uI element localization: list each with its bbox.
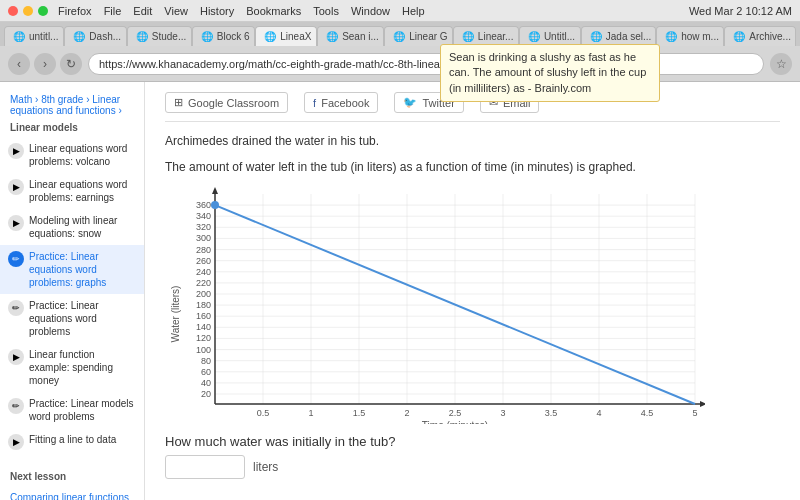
back-button[interactable]: ‹ — [8, 53, 30, 75]
svg-text:180: 180 — [196, 300, 211, 310]
breadcrumb: Math › 8th grade › Linear equations and … — [0, 90, 144, 118]
facebook-label: Facebook — [321, 97, 369, 109]
svg-text:20: 20 — [201, 389, 211, 399]
svg-point-63 — [211, 201, 219, 209]
menu-file[interactable]: File — [104, 5, 122, 17]
classroom-icon: ⊞ — [174, 96, 183, 109]
tooltip-popup: Sean is drinking a slushy as fast as he … — [440, 44, 660, 102]
sidebar: Math › 8th grade › Linear equations and … — [0, 82, 145, 500]
traffic-lights[interactable] — [8, 6, 48, 16]
address-bar[interactable]: https://www.khanacademy.org/math/cc-eigh… — [88, 53, 764, 75]
sidebar-item-earnings[interactable]: ▶ Linear equations word problems: earnin… — [0, 173, 144, 209]
close-button[interactable] — [8, 6, 18, 16]
svg-text:300: 300 — [196, 233, 211, 243]
svg-text:340: 340 — [196, 211, 211, 221]
answer-box: liters — [165, 455, 780, 479]
maximize-button[interactable] — [38, 6, 48, 16]
svg-text:120: 120 — [196, 333, 211, 343]
sidebar-icon-volcano: ▶ — [8, 143, 24, 159]
menu-window[interactable]: Window — [351, 5, 390, 17]
svg-text:3: 3 — [500, 408, 505, 418]
content-area: ⊞ Google Classroom f Facebook 🐦 Twitter … — [145, 82, 800, 500]
tab-sean[interactable]: 🌐Sean i... — [317, 26, 384, 46]
menu-tools[interactable]: Tools — [313, 5, 339, 17]
sidebar-icon-fitting: ▶ — [8, 434, 24, 450]
menu-firefox[interactable]: Firefox — [58, 5, 92, 17]
classroom-label: Google Classroom — [188, 97, 279, 109]
refresh-button[interactable]: ↻ — [60, 53, 82, 75]
menu-edit[interactable]: Edit — [133, 5, 152, 17]
sidebar-item-fitting[interactable]: ▶ Fitting a line to data — [0, 428, 144, 455]
tab-block6[interactable]: 🌐Block 6 — [192, 26, 255, 46]
svg-text:280: 280 — [196, 245, 211, 255]
tab-linearg[interactable]: 🌐Linear G — [384, 26, 453, 46]
main-layout: Math › 8th grade › Linear equations and … — [0, 82, 800, 500]
next-lesson-item[interactable]: Comparing linear functions — [0, 490, 144, 500]
svg-text:100: 100 — [196, 345, 211, 355]
sidebar-icon-wordproblems: ✏ — [8, 300, 24, 316]
svg-text:4: 4 — [596, 408, 601, 418]
question-text-2: The amount of water left in the tub (in … — [165, 158, 780, 176]
minimize-button[interactable] — [23, 6, 33, 16]
facebook-icon: f — [313, 97, 316, 109]
clock: Wed Mar 2 10:12 AM — [689, 5, 792, 17]
tab-stude[interactable]: 🌐Stude... — [127, 26, 192, 46]
svg-text:60: 60 — [201, 367, 211, 377]
chart-container: Water (liters) — [165, 184, 780, 424]
sidebar-label-spending: Linear function example: spending money — [29, 348, 136, 387]
svg-text:1: 1 — [308, 408, 313, 418]
bookmark-button[interactable]: ☆ — [770, 53, 792, 75]
tab-linear2[interactable]: 🌐Linear... — [453, 26, 519, 46]
menu-view[interactable]: View — [164, 5, 188, 17]
menu-help[interactable]: Help — [402, 5, 425, 17]
mac-top-bar: Firefox File Edit View History Bookmarks… — [0, 0, 800, 22]
svg-text:80: 80 — [201, 356, 211, 366]
nav-buttons[interactable]: ‹ › ↻ — [8, 53, 82, 75]
tab-dash[interactable]: 🌐Dash... — [64, 26, 126, 46]
sidebar-label-volcano: Linear equations word problems: volcano — [29, 142, 136, 168]
tab-jada[interactable]: 🌐Jada sel... — [581, 26, 656, 46]
svg-text:40: 40 — [201, 378, 211, 388]
tab-linea-active[interactable]: 🌐LineaX — [255, 26, 317, 46]
sidebar-section-title: Linear models — [0, 118, 144, 137]
question-text-1: Archimedes drained the water in his tub. — [165, 132, 780, 150]
answer-input[interactable] — [165, 455, 245, 479]
svg-text:4.5: 4.5 — [641, 408, 654, 418]
sidebar-label-graphs: Practice: Linear equations word problems… — [29, 250, 136, 289]
sidebar-item-linearmodels[interactable]: ✏ Practice: Linear models word problems — [0, 392, 144, 428]
sidebar-divider — [0, 455, 144, 463]
svg-text:220: 220 — [196, 278, 211, 288]
sidebar-label-earnings: Linear equations word problems: earnings — [29, 178, 136, 204]
svg-text:Water (liters): Water (liters) — [170, 286, 181, 343]
unit-label: liters — [253, 460, 278, 474]
svg-text:260: 260 — [196, 256, 211, 266]
sidebar-item-spending[interactable]: ▶ Linear function example: spending mone… — [0, 343, 144, 392]
sidebar-icon-graphs: ✏ — [8, 251, 24, 267]
sidebar-icon-spending: ▶ — [8, 349, 24, 365]
share-google-classroom[interactable]: ⊞ Google Classroom — [165, 92, 288, 113]
sidebar-icon-snow: ▶ — [8, 215, 24, 231]
sidebar-item-snow[interactable]: ▶ Modeling with linear equations: snow — [0, 209, 144, 245]
svg-text:200: 200 — [196, 289, 211, 299]
svg-marker-32 — [212, 187, 218, 194]
tab-howm[interactable]: 🌐how m... — [656, 26, 724, 46]
sidebar-item-wordproblems[interactable]: ✏ Practice: Linear equations word proble… — [0, 294, 144, 343]
tab-untitl1[interactable]: 🌐untitl... — [4, 26, 64, 46]
svg-text:1.5: 1.5 — [353, 408, 366, 418]
sidebar-item-volcano[interactable]: ▶ Linear equations word problems: volcan… — [0, 137, 144, 173]
forward-button[interactable]: › — [34, 53, 56, 75]
share-facebook[interactable]: f Facebook — [304, 92, 378, 113]
sidebar-item-graphs[interactable]: ✏ Practice: Linear equations word proble… — [0, 245, 144, 294]
menu-bookmarks[interactable]: Bookmarks — [246, 5, 301, 17]
svg-text:2.5: 2.5 — [449, 408, 462, 418]
svg-text:320: 320 — [196, 222, 211, 232]
tab-untitl2[interactable]: 🌐Untitl... — [519, 26, 581, 46]
svg-text:3.5: 3.5 — [545, 408, 558, 418]
tab-archive[interactable]: 🌐Archive... — [724, 26, 796, 46]
sidebar-label-wordproblems: Practice: Linear equations word problems — [29, 299, 136, 338]
sidebar-icon-linearmodels: ✏ — [8, 398, 24, 414]
menu-history[interactable]: History — [200, 5, 234, 17]
menu-bar: Firefox File Edit View History Bookmarks… — [58, 5, 425, 17]
sidebar-icon-earnings: ▶ — [8, 179, 24, 195]
svg-text:5: 5 — [692, 408, 697, 418]
